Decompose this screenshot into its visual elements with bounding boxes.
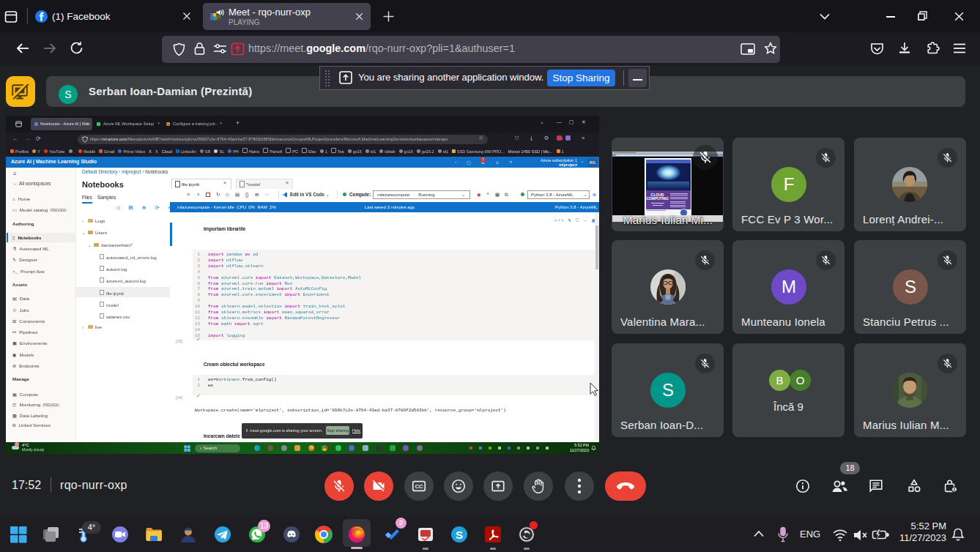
svg-text:S: S — [456, 529, 463, 541]
svg-text:CC: CC — [415, 483, 423, 490]
